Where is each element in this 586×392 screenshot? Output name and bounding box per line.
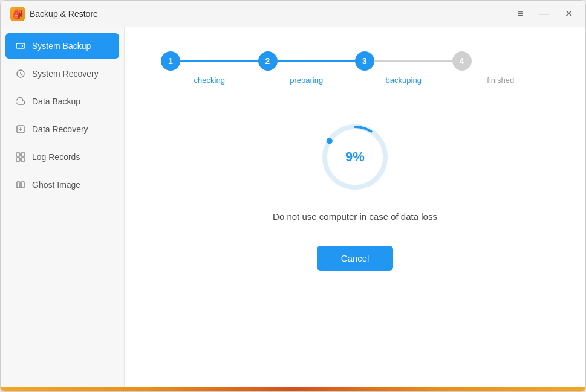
- sidebar-item-log-records[interactable]: Log Records: [5, 144, 119, 170]
- sidebar-item-label: Data Recovery: [32, 124, 88, 134]
- step-circle-3: 3: [355, 51, 374, 71]
- sidebar-item-system-backup[interactable]: System Backup: [5, 33, 119, 59]
- step-circle-2: 2: [258, 51, 278, 71]
- sidebar: System Backup System Recovery Data Ba: [1, 27, 125, 387]
- hdd-icon: [15, 40, 26, 51]
- sidebar-item-system-recovery[interactable]: System Recovery: [5, 61, 119, 86]
- window-controls: ≡ — ✕: [513, 7, 576, 21]
- sidebar-item-label: Ghost Image: [32, 180, 80, 190]
- step-circle-4: 4: [452, 51, 472, 71]
- recovery-icon: [15, 68, 26, 79]
- minimize-button[interactable]: —: [537, 7, 552, 21]
- svg-rect-4: [16, 153, 20, 156]
- progress-message: Do not use computer in case of data loss: [273, 211, 437, 222]
- step-label-1: checking: [194, 76, 225, 85]
- sidebar-item-label: System Recovery: [32, 69, 99, 79]
- step-2: 2 preparing: [258, 51, 356, 85]
- cloud-icon: [15, 96, 26, 107]
- sidebar-item-label: System Backup: [32, 41, 91, 51]
- titlebar: 🎒 Backup & Restore ≡ — ✕: [1, 1, 585, 27]
- svg-rect-7: [21, 158, 25, 161]
- step-label-4: finished: [487, 76, 514, 85]
- svg-rect-8: [17, 182, 20, 188]
- app-title: Backup & Restore: [30, 9, 513, 19]
- step-circle-1: 1: [161, 51, 180, 71]
- step-line-3: [374, 60, 452, 62]
- cancel-button[interactable]: Cancel: [317, 246, 394, 271]
- step-3: 3 backuping: [355, 51, 452, 85]
- steps-container: 1 checking 2 preparing: [161, 51, 549, 85]
- progress-container: 9% Do not use computer in case of data l…: [273, 121, 437, 222]
- minimize-icon: —: [539, 8, 549, 19]
- content-area: System Backup System Recovery Data Ba: [1, 27, 585, 387]
- close-button[interactable]: ✕: [561, 7, 576, 21]
- svg-rect-5: [21, 153, 25, 156]
- sidebar-item-ghost-image[interactable]: Ghost Image: [5, 172, 119, 198]
- circular-progress: 9%: [319, 121, 391, 193]
- app-window: 🎒 Backup & Restore ≡ — ✕: [0, 0, 586, 392]
- svg-point-1: [22, 45, 23, 47]
- step-label-2: preparing: [290, 76, 323, 85]
- sidebar-item-label: Data Backup: [32, 97, 80, 106]
- step-line-1: [180, 60, 258, 62]
- step-1: 1 checking: [161, 51, 258, 85]
- app-logo: 🎒: [10, 7, 25, 21]
- step-label-3: backuping: [386, 76, 422, 85]
- main-panel: 1 checking 2 preparing: [125, 27, 585, 387]
- svg-rect-6: [16, 158, 20, 161]
- sidebar-item-label: Log Records: [32, 152, 80, 162]
- step-line-2: [278, 60, 356, 62]
- ghost-icon: [15, 179, 26, 190]
- progress-text: 9%: [345, 149, 365, 165]
- data-recover-icon: [15, 124, 26, 135]
- close-icon: ✕: [565, 8, 573, 19]
- menu-button[interactable]: ≡: [513, 7, 527, 21]
- bottom-bar: [1, 387, 585, 391]
- svg-rect-0: [16, 43, 25, 48]
- sidebar-item-data-backup[interactable]: Data Backup: [5, 89, 119, 114]
- sidebar-item-data-recovery[interactable]: Data Recovery: [5, 117, 119, 142]
- step-4: 4 finished: [452, 51, 550, 85]
- log-icon: [15, 152, 26, 162]
- menu-icon: ≡: [517, 8, 523, 19]
- svg-rect-9: [21, 182, 24, 188]
